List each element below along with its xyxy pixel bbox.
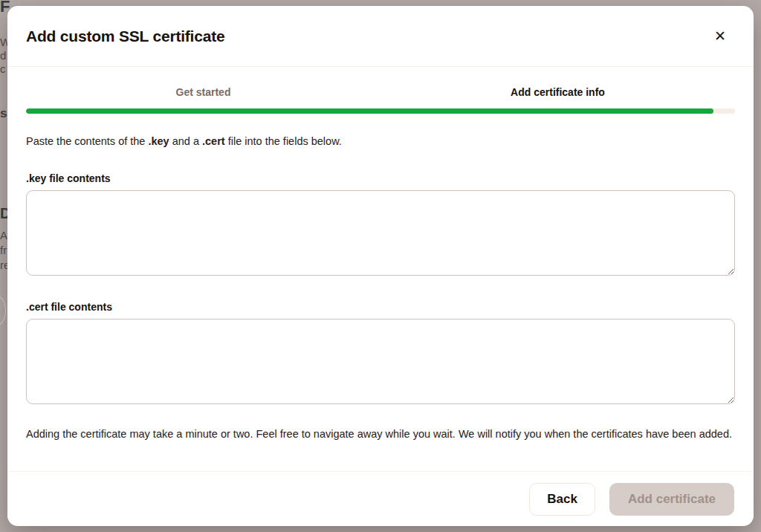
progress-fill	[26, 108, 713, 114]
step-add-certificate-info: Add certificate info	[380, 86, 735, 98]
background-text-fragment: c	[0, 62, 6, 75]
instruction-text: Paste the contents of the .key and a .ce…	[26, 135, 735, 147]
key-term: .key	[148, 135, 169, 147]
background-text-fragment: s	[0, 106, 7, 121]
background-text-fragment: fr	[0, 244, 7, 256]
background-text-fragment: A	[0, 229, 7, 241]
close-icon[interactable]: ✕	[708, 26, 732, 46]
cert-term: .cert	[202, 135, 225, 147]
key-file-textarea[interactable]	[26, 190, 735, 276]
background-shape	[0, 296, 6, 325]
add-custom-ssl-certificate-dialog: Add custom SSL certificate ✕ Get started…	[7, 6, 754, 526]
dialog-title: Add custom SSL certificate	[26, 27, 224, 45]
instruction-suffix: file into the fields below.	[225, 135, 342, 147]
cert-file-textarea[interactable]	[26, 319, 735, 404]
stepper: Get started Add certificate info	[26, 86, 735, 114]
cert-file-label: .cert file contents	[26, 301, 735, 313]
dialog-footer: Back Add certificate	[7, 471, 754, 526]
step-get-started: Get started	[26, 86, 380, 98]
key-file-label: .key file contents	[26, 172, 735, 184]
instruction-middle: and a	[169, 135, 202, 147]
wait-note: Adding the certificate may take a minute…	[26, 426, 735, 442]
dialog-body: Get started Add certificate info Paste t…	[7, 67, 754, 471]
progress-bar	[26, 108, 735, 114]
background-text-fragment: d	[0, 49, 6, 62]
back-button[interactable]: Back	[529, 483, 595, 516]
instruction-prefix: Paste the contents of the	[26, 135, 148, 147]
dialog-header: Add custom SSL certificate ✕	[7, 6, 754, 67]
add-certificate-button[interactable]: Add certificate	[609, 483, 734, 516]
